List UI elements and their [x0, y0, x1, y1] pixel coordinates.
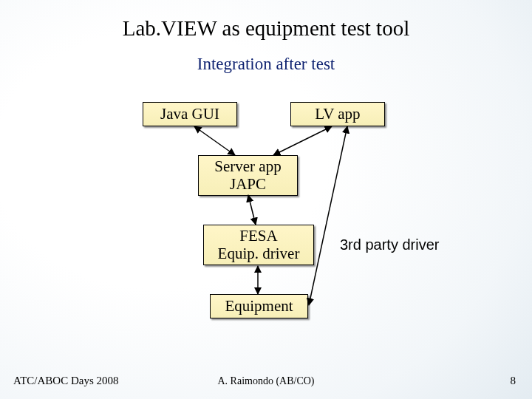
edge-javagui-serverapp: [194, 126, 235, 155]
node-server-app: Server app JAPC: [198, 155, 298, 196]
page-title: Lab.VIEW as equipment test tool: [0, 16, 532, 41]
annotation-3rd-party-driver: 3rd party driver: [340, 236, 440, 253]
node-java-gui-label: Java GUI: [143, 103, 236, 126]
footer-page-number: 8: [511, 375, 516, 387]
node-server-app-line2: JAPC: [203, 175, 293, 193]
edge-lvapp-equipment: [309, 126, 347, 305]
node-server-app-line1: Server app: [203, 157, 293, 175]
edge-lvapp-serverapp: [273, 126, 332, 155]
node-lv-app-label: LV app: [291, 103, 384, 126]
node-lv-app: LV app: [290, 102, 385, 126]
node-java-gui: Java GUI: [143, 102, 237, 126]
edge-serverapp-fesa: [248, 195, 256, 225]
node-fesa-line2: Equip. driver: [208, 245, 309, 262]
node-fesa-line1: FESA: [208, 227, 309, 245]
node-fesa: FESA Equip. driver: [203, 225, 314, 265]
page-subtitle: Integration after test: [0, 55, 532, 74]
footer-center: A. Raimondo (AB/CO): [0, 375, 532, 387]
node-equipment: Equipment: [210, 294, 308, 318]
node-equipment-label: Equipment: [211, 295, 307, 318]
